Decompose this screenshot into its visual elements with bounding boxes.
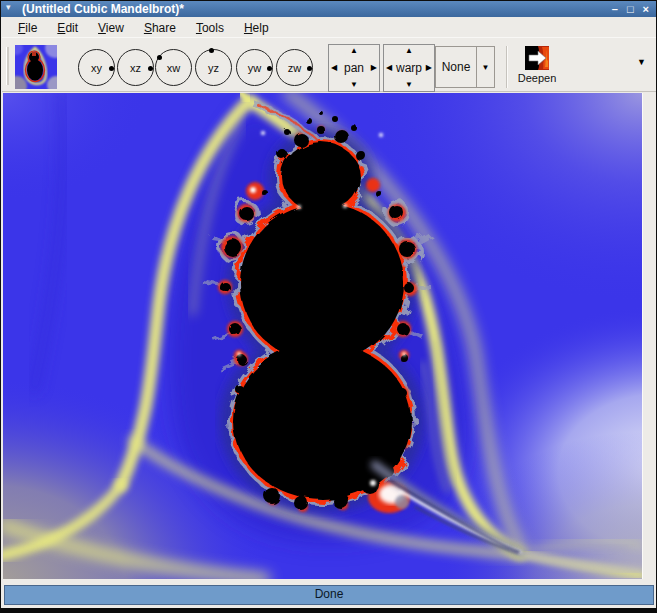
menu-edit-rest: dit (65, 21, 78, 35)
toolbar-overflow-icon[interactable]: ▼ (637, 57, 646, 67)
menu-help-mnemonic: H (244, 21, 253, 35)
rotation-dot (267, 66, 272, 71)
deepen-button[interactable]: Deepen (513, 44, 561, 94)
rotate-zw-button[interactable]: zw (276, 49, 313, 86)
rotate-xz-button[interactable]: xz (117, 49, 154, 86)
menu-view[interactable]: View (88, 19, 134, 37)
rotate-yw-label: yw (248, 62, 261, 74)
menu-help-rest: elp (253, 21, 269, 35)
rotate-zw-label: zw (288, 62, 301, 74)
warp-right-arrow[interactable]: ▶ (426, 64, 432, 72)
menu-edit[interactable]: Edit (47, 19, 88, 37)
rotation-dot (109, 66, 114, 71)
pan-up-arrow[interactable]: ▲ (350, 47, 358, 55)
application-window: ▾ (Untitled Cubic Mandelbrot)* – □ × Fil… (0, 0, 657, 613)
warp-control[interactable]: ▲ ◀ warp ▶ ▼ (383, 44, 435, 92)
maximize-button[interactable]: □ (627, 2, 634, 16)
menu-tools-rest: ools (202, 21, 224, 35)
window-title: (Untitled Cubic Mandelbrot)* (22, 2, 184, 16)
menu-share-rest: hare (152, 21, 176, 35)
rotate-xy-button[interactable]: xy (78, 49, 115, 86)
rotate-xw-label: xw (167, 62, 180, 74)
menu-help[interactable]: Help (234, 19, 279, 37)
menu-view-rest: iew (106, 21, 124, 35)
warp-down-arrow[interactable]: ▼ (405, 81, 413, 89)
canvas-right-gap (642, 93, 646, 579)
toolbar-grip[interactable] (6, 47, 9, 85)
rotate-xy-label: xy (91, 62, 102, 74)
rotation-dot (157, 55, 162, 60)
toolbar-separator (506, 46, 508, 88)
window-controls: – □ × (612, 1, 649, 17)
close-button[interactable]: × (643, 2, 649, 16)
menu-share-mnemonic: S (144, 21, 152, 35)
rotation-dot (307, 66, 312, 71)
deepen-label: Deepen (518, 72, 557, 84)
menu-share[interactable]: Share (134, 19, 186, 37)
rotate-yz-button[interactable]: yz (195, 49, 232, 86)
menu-view-mnemonic: V (98, 21, 106, 35)
menu-tools[interactable]: Tools (186, 19, 234, 37)
rotate-xw-button[interactable]: xw (155, 49, 192, 86)
chevron-down-icon[interactable]: ▼ (476, 47, 494, 87)
title-bar: ▾ (Untitled Cubic Mandelbrot)* – □ × (1, 1, 656, 17)
menu-file[interactable]: File (8, 19, 47, 37)
progress-bar: Done (4, 585, 654, 605)
rotate-xz-label: xz (130, 62, 141, 74)
rotate-yz-label: yz (208, 62, 219, 74)
rotate-yw-button[interactable]: yw (236, 49, 273, 86)
warp-parameter-combo[interactable]: None ▼ (435, 46, 495, 88)
pan-down-arrow[interactable]: ▼ (350, 81, 358, 89)
toolbar: xy xz xw yz yw zw ▲ ◀ pan ▶ ▼ (2, 37, 656, 92)
minimize-button[interactable]: – (612, 2, 618, 16)
menu-file-rest: ile (25, 21, 37, 35)
fractal-preview-thumbnail (15, 45, 57, 89)
rotation-dot (148, 66, 153, 71)
status-text: Done (315, 587, 344, 601)
pan-right-arrow[interactable]: ▶ (371, 64, 377, 72)
warp-up-arrow[interactable]: ▲ (405, 47, 413, 55)
combo-value[interactable]: None (436, 47, 476, 87)
pan-control[interactable]: ▲ ◀ pan ▶ ▼ (328, 44, 380, 92)
rotation-dot (209, 48, 214, 53)
deepen-icon (525, 46, 549, 70)
menu-bar: File Edit View Share Tools Help (2, 18, 657, 37)
fractal-canvas[interactable] (3, 93, 642, 579)
window-menu-icon[interactable]: ▾ (6, 2, 11, 12)
